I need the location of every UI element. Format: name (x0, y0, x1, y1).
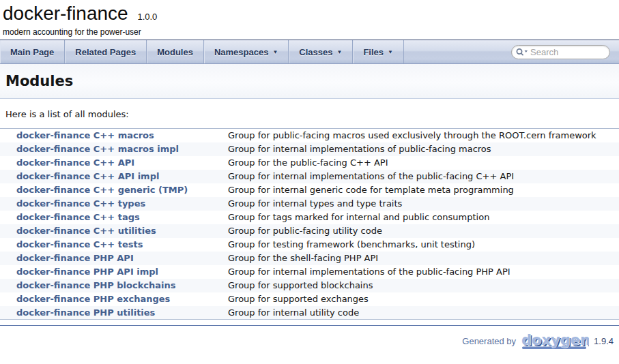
nav-tab[interactable]: Modules ▼ (147, 40, 204, 63)
module-link[interactable]: docker-finance PHP utilities (16, 307, 155, 318)
doxygen-logo-text: doxygen (521, 332, 589, 348)
project-brief: modern accounting for the power-user (3, 27, 619, 37)
nav-tab-label: Namespaces (214, 47, 269, 57)
nav-tabs: Main Page ▼ Related Pages ▼ Modules ▼ Na… (0, 40, 404, 63)
module-name-cell: docker-finance PHP exchanges (0, 292, 222, 306)
table-row: docker-finance PHP utilities Group for i… (0, 306, 619, 320)
module-description: Group for public-facing utility code (222, 224, 619, 238)
doxygen-version: 1.9.4 (594, 336, 614, 346)
module-link[interactable]: docker-finance C++ macros (16, 130, 154, 140)
module-link[interactable]: docker-finance PHP blockchains (16, 280, 176, 290)
title-area: docker-finance 1.0.0 modern accounting f… (0, 0, 619, 40)
table-row: docker-finance C++ macros Group for publ… (0, 129, 619, 142)
module-description: Group for internal types and type traits (222, 197, 619, 211)
module-name-cell: docker-finance C++ macros impl (0, 142, 222, 156)
project-name-text: docker-finance (3, 3, 128, 24)
modules-table-body: docker-finance C++ macros Group for publ… (0, 129, 619, 320)
module-name-cell: docker-finance C++ generic (TMP) (0, 183, 222, 197)
module-name-cell: docker-finance C++ API (0, 156, 222, 170)
nav-tab-label: Classes (299, 47, 332, 57)
nav-tab[interactable]: Namespaces ▼ (204, 40, 289, 63)
contents: Here is a list of all modules: docker-fi… (0, 99, 619, 320)
module-link[interactable]: docker-finance C++ macros impl (16, 144, 179, 154)
table-row: docker-finance C++ generic (TMP) Group f… (0, 183, 619, 197)
module-description: Group for internal implementations of th… (222, 170, 619, 183)
project-name: docker-finance 1.0.0 (3, 3, 619, 27)
table-row: docker-finance C++ tests Group for testi… (0, 238, 619, 252)
module-name-cell: docker-finance C++ tests (0, 238, 222, 252)
module-description: Group for internal generic code for temp… (222, 183, 619, 197)
table-row: docker-finance C++ API Group for the pub… (0, 156, 619, 170)
modules-table: docker-finance C++ macros Group for publ… (0, 128, 619, 320)
module-link[interactable]: docker-finance C++ types (16, 198, 145, 209)
module-description: Group for the shell-facing PHP API (222, 252, 619, 265)
table-row: docker-finance PHP API Group for the she… (0, 252, 619, 265)
module-link[interactable]: docker-finance C++ generic (TMP) (16, 185, 188, 195)
table-row: docker-finance PHP blockchains Group for… (0, 279, 619, 292)
module-name-cell: docker-finance C++ macros (0, 129, 222, 142)
module-name-cell: docker-finance C++ types (0, 197, 222, 211)
table-row: docker-finance C++ tags Group for tags m… (0, 211, 619, 224)
module-description: Group for public-facing macros used excl… (222, 129, 619, 142)
search-input[interactable] (529, 46, 604, 58)
module-description: Group for testing framework (benchmarks,… (222, 238, 619, 252)
module-link[interactable]: docker-finance PHP API (16, 253, 134, 263)
table-row: docker-finance PHP exchanges Group for s… (0, 292, 619, 306)
generated-by-text: Generated by (462, 336, 516, 346)
page-title: Modules (5, 73, 619, 89)
nav-tab[interactable]: Classes ▼ (289, 40, 353, 63)
project-version: 1.0.0 (137, 12, 157, 22)
module-name-cell: docker-finance PHP utilities (0, 306, 222, 320)
module-name-cell: docker-finance PHP API (0, 252, 222, 265)
chevron-down-icon: ▼ (388, 49, 393, 55)
module-description: Group for internal utility code (222, 306, 619, 320)
chevron-down-icon: ▼ (336, 49, 342, 55)
module-name-cell: docker-finance C++ tags (0, 211, 222, 224)
nav-tab-label: Modules (157, 47, 193, 57)
module-description: Group for tags marked for internal and p… (222, 211, 619, 224)
module-link[interactable]: docker-finance C++ API impl (16, 171, 159, 181)
nav-tab-label: Related Pages (75, 47, 136, 57)
nav-tab[interactable]: Files ▼ (353, 40, 404, 63)
chevron-down-icon: ▼ (272, 49, 278, 55)
table-row: docker-finance PHP API impl Group for in… (0, 265, 619, 279)
module-description: Group for supported blockchains (222, 279, 619, 292)
doxygen-logo[interactable]: doxygen doxygen (521, 332, 589, 350)
main-nav: Main Page ▼ Related Pages ▼ Modules ▼ Na… (0, 40, 619, 64)
intro-text: Here is a list of all modules: (5, 109, 619, 119)
nav-tab[interactable]: Main Page ▼ (0, 40, 65, 63)
nav-tab[interactable]: Related Pages ▼ (65, 40, 147, 63)
module-description: Group for internal implementations of pu… (222, 142, 619, 156)
module-link[interactable]: docker-finance PHP API impl (16, 267, 158, 277)
module-description: Group for the public-facing C++ API (222, 156, 619, 170)
module-name-cell: docker-finance PHP API impl (0, 265, 222, 279)
search-box[interactable] (511, 45, 610, 59)
page-header: Modules (0, 64, 619, 99)
module-link[interactable]: docker-finance C++ API (16, 157, 134, 168)
search-icon[interactable] (516, 48, 529, 57)
table-row: docker-finance C++ utilities Group for p… (0, 224, 619, 238)
nav-tab-label: Files (363, 47, 384, 57)
module-name-cell: docker-finance PHP blockchains (0, 279, 222, 292)
module-link[interactable]: docker-finance C++ tags (16, 212, 140, 222)
module-link[interactable]: docker-finance PHP exchanges (16, 294, 170, 304)
module-link[interactable]: docker-finance C++ utilities (16, 226, 156, 236)
footer: Generated by doxygen doxygen 1.9.4 (0, 326, 619, 350)
table-row: docker-finance C++ API impl Group for in… (0, 170, 619, 183)
search-area (511, 40, 619, 63)
module-description: Group for supported exchanges (222, 292, 619, 306)
module-name-cell: docker-finance C++ utilities (0, 224, 222, 238)
module-description: Group for internal implementations of th… (222, 265, 619, 279)
module-link[interactable]: docker-finance C++ tests (16, 239, 143, 249)
nav-tab-label: Main Page (10, 47, 54, 57)
module-name-cell: docker-finance C++ API impl (0, 170, 222, 183)
table-row: docker-finance C++ types Group for inter… (0, 197, 619, 211)
table-row: docker-finance C++ macros impl Group for… (0, 142, 619, 156)
